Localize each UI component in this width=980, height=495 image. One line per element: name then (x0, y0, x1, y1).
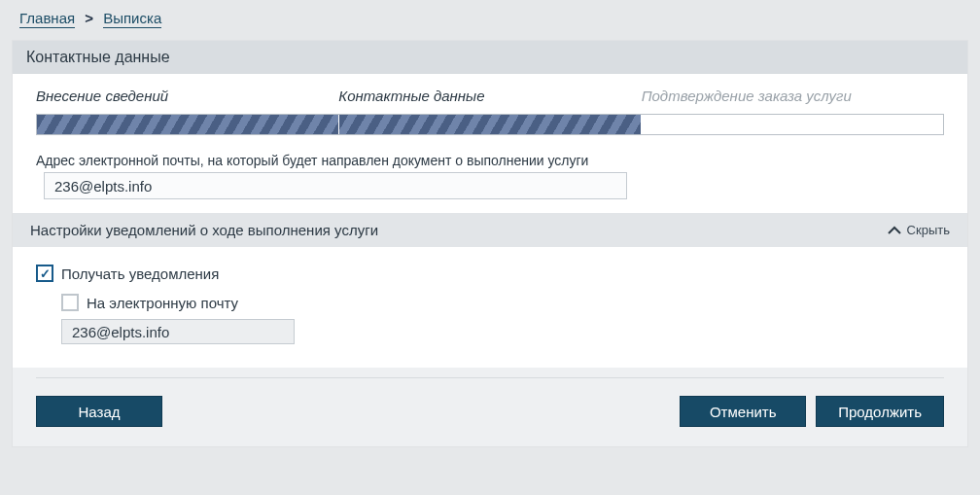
main-card: Контактные данные Внесение сведений Конт… (12, 40, 968, 447)
progress-seg-2 (339, 115, 642, 134)
receive-notifications-row[interactable]: ✓ Получать уведомления (36, 265, 944, 282)
email-field-label: Адрес электронной почты, на который буде… (36, 153, 944, 168)
receive-notifications-label: Получать уведомления (61, 265, 219, 282)
step-1-label: Внесение сведений (36, 88, 338, 104)
by-email-input[interactable] (61, 319, 295, 344)
notification-section-title: Настройки уведомлений о ходе выполнения … (30, 222, 378, 238)
wizard-steps: Внесение сведений Контактные данные Подт… (36, 88, 944, 104)
by-email-checkbox[interactable]: ✓ (61, 294, 79, 311)
progress-seg-1 (37, 115, 339, 134)
progress-seg-3 (642, 115, 943, 134)
section-toggle-label: Скрыть (907, 223, 950, 237)
breadcrumb-separator: > (85, 10, 93, 26)
footer-divider (36, 377, 944, 378)
breadcrumb-home-link[interactable]: Главная (19, 10, 75, 28)
breadcrumb: Главная > Выписка (0, 0, 980, 34)
receive-notifications-checkbox[interactable]: ✓ (36, 265, 53, 282)
breadcrumb-current-link[interactable]: Выписка (103, 10, 161, 28)
footer-buttons: Назад Отменить Продолжить (13, 396, 967, 446)
chevron-up-icon (888, 226, 901, 235)
by-email-row: ✓ На электронную почту (61, 294, 944, 344)
email-input[interactable] (44, 172, 627, 199)
by-email-label: На электронную почту (87, 295, 238, 311)
continue-button[interactable]: Продолжить (816, 396, 944, 427)
by-email-checkbox-row[interactable]: ✓ На электронную почту (61, 294, 944, 311)
notification-section-body: ✓ Получать уведомления ✓ На электронную … (13, 247, 967, 368)
section-toggle[interactable]: Скрыть (888, 223, 950, 237)
progress-bar (36, 114, 944, 135)
back-button[interactable]: Назад (36, 396, 162, 427)
notification-section-header: Настройки уведомлений о ходе выполнения … (13, 213, 967, 247)
cancel-button[interactable]: Отменить (680, 396, 806, 427)
step-2-label: Контактные данные (338, 88, 641, 104)
card-body: Внесение сведений Контактные данные Подт… (13, 74, 967, 213)
card-title: Контактные данные (13, 41, 967, 74)
step-3-label: Подтверждение заказа услуги (642, 88, 944, 104)
